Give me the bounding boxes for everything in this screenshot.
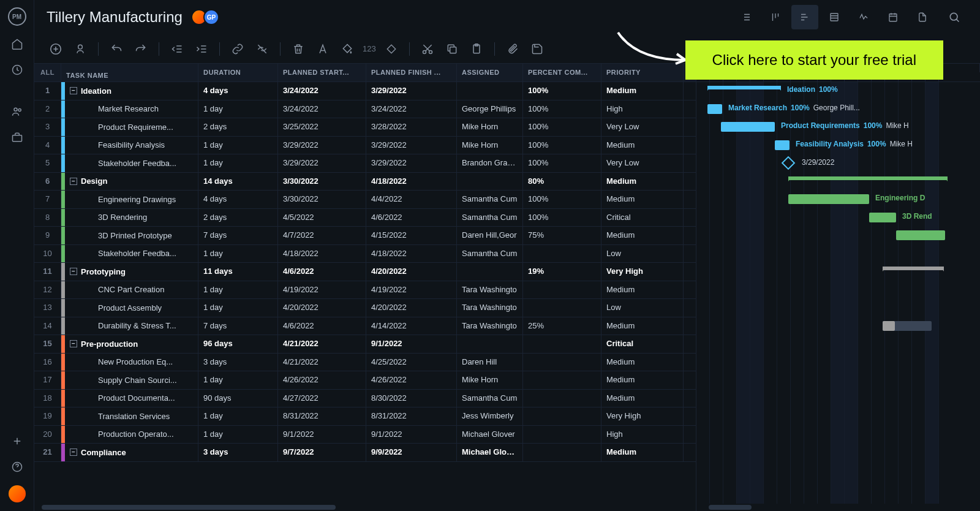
priority-cell[interactable]: Medium xyxy=(601,227,684,244)
percent-cell[interactable]: 19% xyxy=(523,263,601,281)
collapse-icon[interactable]: − xyxy=(70,268,77,275)
percent-cell[interactable] xyxy=(523,281,601,299)
percent-cell[interactable] xyxy=(523,390,601,407)
col-assigned[interactable]: ASSIGNED xyxy=(457,64,523,81)
priority-cell[interactable]: Medium xyxy=(601,444,684,461)
duration-cell[interactable]: 1 day xyxy=(198,154,278,172)
outdent-icon[interactable] xyxy=(168,40,186,58)
assigned-cell[interactable]: Jess Wimberly xyxy=(457,407,523,425)
priority-cell[interactable]: Low xyxy=(601,245,684,263)
finish-cell[interactable]: 4/26/2022 xyxy=(366,371,457,389)
percent-cell[interactable] xyxy=(523,426,601,444)
priority-cell[interactable]: High xyxy=(601,426,684,444)
help-icon[interactable] xyxy=(10,460,24,474)
priority-cell[interactable]: Medium xyxy=(601,354,684,371)
gantt-bar[interactable]: Product Requirements100%Mike H xyxy=(721,122,775,132)
undo-icon[interactable] xyxy=(107,40,126,58)
task-row[interactable]: 4 Feasibility Analysis 1 day 3/29/2022 3… xyxy=(34,137,696,155)
free-trial-banner[interactable]: Click here to start your free trial xyxy=(685,40,943,80)
task-row[interactable]: 9 3D Printed Prototype 7 days 4/7/2022 4… xyxy=(34,227,696,245)
view-gantt-icon[interactable] xyxy=(791,5,818,29)
col-start[interactable]: PLANNED START... xyxy=(278,64,366,81)
fill-icon[interactable] xyxy=(338,40,356,58)
duration-cell[interactable]: 1 day xyxy=(198,245,278,263)
task-name-cell[interactable]: Product Documenta... xyxy=(65,390,198,407)
duration-cell[interactable]: 7 days xyxy=(198,317,278,335)
view-dashboard-icon[interactable] xyxy=(850,5,877,29)
paste-icon[interactable] xyxy=(467,40,486,58)
assigned-cell[interactable]: Samantha Cum xyxy=(457,209,523,227)
finish-cell[interactable]: 4/18/2022 xyxy=(366,245,457,263)
finish-cell[interactable]: 4/25/2022 xyxy=(366,354,457,371)
priority-cell[interactable]: Very Low xyxy=(601,154,684,172)
finish-cell[interactable]: 8/31/2022 xyxy=(366,407,457,425)
assigned-cell[interactable] xyxy=(457,82,523,100)
gantt-bar[interactable]: Feasibility Analysis100%Mike H xyxy=(775,140,790,150)
collapse-icon[interactable]: − xyxy=(70,340,77,347)
task-row[interactable]: 15 − Pre-production 96 days 4/21/2022 9/… xyxy=(34,335,696,354)
task-name-cell[interactable]: − Pre-production xyxy=(65,335,198,353)
assigned-cell[interactable] xyxy=(457,335,523,353)
finish-cell[interactable]: 4/18/2022 xyxy=(366,173,457,191)
assigned-cell[interactable]: Tara Washingto xyxy=(457,299,523,317)
priority-cell[interactable]: Medium xyxy=(601,281,684,299)
font-icon[interactable] xyxy=(314,40,332,58)
start-cell[interactable]: 9/7/2022 xyxy=(278,444,366,461)
start-cell[interactable]: 4/26/2022 xyxy=(278,371,366,389)
copy-icon[interactable] xyxy=(443,40,461,58)
finish-cell[interactable]: 3/24/2022 xyxy=(366,100,457,118)
duration-cell[interactable]: 2 days xyxy=(198,118,278,136)
assigned-cell[interactable]: Samantha Cum xyxy=(457,245,523,263)
priority-cell[interactable]: Critical xyxy=(601,209,684,227)
priority-cell[interactable]: Very High xyxy=(601,407,684,425)
assigned-cell[interactable]: Brandon Gray,M xyxy=(457,154,523,172)
task-name-cell[interactable]: Engineering Drawings xyxy=(65,191,198,208)
start-cell[interactable]: 4/6/2022 xyxy=(278,263,366,281)
start-cell[interactable]: 4/7/2022 xyxy=(278,227,366,244)
task-name-cell[interactable]: − Compliance xyxy=(65,444,198,461)
start-cell[interactable]: 3/30/2022 xyxy=(278,173,366,191)
percent-cell[interactable] xyxy=(523,444,601,461)
assigned-cell[interactable] xyxy=(457,263,523,281)
task-row[interactable]: 10 Stakeholder Feedba... 1 day 4/18/2022… xyxy=(34,245,696,263)
h-scrollbar[interactable] xyxy=(42,505,336,510)
app-logo[interactable]: PM xyxy=(8,7,26,26)
task-row[interactable]: 13 Product Assembly 1 day 4/20/2022 4/20… xyxy=(34,299,696,317)
view-board-icon[interactable] xyxy=(762,5,789,29)
add-icon[interactable] xyxy=(10,434,24,449)
priority-cell[interactable]: Medium xyxy=(601,82,684,100)
percent-cell[interactable]: 100% xyxy=(523,100,601,118)
delete-icon[interactable] xyxy=(289,40,307,58)
add-task-icon[interactable] xyxy=(47,40,65,58)
percent-cell[interactable]: 100% xyxy=(523,154,601,172)
task-row[interactable]: 17 Supply Chain Sourci... 1 day 4/26/202… xyxy=(34,371,696,390)
finish-cell[interactable]: 4/4/2022 xyxy=(366,191,457,208)
priority-cell[interactable]: Medium xyxy=(601,390,684,407)
percent-cell[interactable]: 100% xyxy=(523,118,601,136)
finish-cell[interactable]: 3/29/2022 xyxy=(366,154,457,172)
percent-cell[interactable] xyxy=(523,335,601,353)
finish-cell[interactable]: 4/15/2022 xyxy=(366,227,457,244)
task-name-cell[interactable]: − Design xyxy=(65,173,198,191)
percent-cell[interactable]: 100% xyxy=(523,137,601,154)
collapse-icon[interactable]: − xyxy=(70,87,77,94)
assigned-cell[interactable]: Daren Hill,Geor xyxy=(457,227,523,244)
start-cell[interactable]: 4/5/2022 xyxy=(278,209,366,227)
duration-cell[interactable]: 1 day xyxy=(198,137,278,154)
duration-cell[interactable]: 7 days xyxy=(198,227,278,244)
assigned-cell[interactable]: Tara Washingto xyxy=(457,281,523,299)
assigned-cell[interactable]: Samantha Cum xyxy=(457,191,523,208)
assigned-cell[interactable]: Mike Horn xyxy=(457,371,523,389)
finish-cell[interactable]: 3/29/2022 xyxy=(366,137,457,154)
col-all[interactable]: ALL xyxy=(34,64,61,81)
finish-cell[interactable]: 9/9/2022 xyxy=(366,444,457,461)
task-row[interactable]: 12 CNC Part Creation 1 day 4/19/2022 4/1… xyxy=(34,281,696,300)
save-icon[interactable] xyxy=(528,40,546,58)
percent-cell[interactable]: 25% xyxy=(523,317,601,335)
task-name-cell[interactable]: New Production Eq... xyxy=(65,354,198,371)
percent-cell[interactable] xyxy=(523,354,601,371)
start-cell[interactable]: 4/18/2022 xyxy=(278,245,366,263)
milestone-marker[interactable] xyxy=(783,158,793,168)
finish-cell[interactable]: 4/20/2022 xyxy=(366,299,457,317)
col-duration[interactable]: DURATION xyxy=(198,64,278,81)
